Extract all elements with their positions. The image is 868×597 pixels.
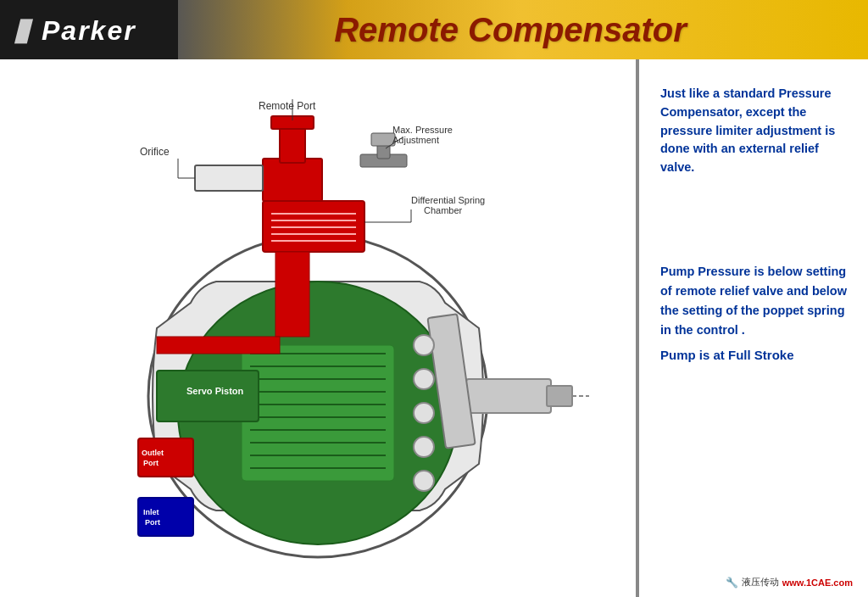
footer-right-text: www.1CAE.com bbox=[782, 577, 853, 588]
description-text: Just like a standard Pressure Compensato… bbox=[660, 85, 851, 177]
svg-point-39 bbox=[414, 403, 434, 423]
svg-point-38 bbox=[414, 369, 434, 389]
page-title: Remote Compensator bbox=[334, 11, 687, 49]
inlet-label-line1: Inlet bbox=[143, 508, 159, 516]
svg-point-41 bbox=[414, 471, 434, 491]
svg-rect-13 bbox=[157, 371, 259, 421]
svg-rect-15 bbox=[138, 498, 193, 536]
svg-rect-17 bbox=[280, 125, 305, 163]
outlet-label-line2: Port bbox=[143, 459, 159, 467]
header: ▮ Parker Remote Compensator bbox=[0, 0, 868, 59]
main-content: 1CAE.COM Servo Piston bbox=[0, 59, 868, 597]
diagram-area: 1CAE.COM Servo Piston bbox=[0, 59, 636, 597]
text-panel: Just like a standard Pressure Compensato… bbox=[639, 59, 868, 597]
parker-logo: ▮ Parker bbox=[13, 12, 136, 47]
chamber-label: Chamber bbox=[424, 205, 463, 215]
footer-left-text: 液压传动 bbox=[742, 576, 779, 589]
servo-piston-label: Servo Piston bbox=[186, 386, 244, 396]
diff-spring-label: Differential Spring bbox=[411, 195, 485, 205]
svg-rect-16 bbox=[263, 159, 322, 201]
max-pressure-label: Max. Pressure bbox=[392, 125, 453, 135]
svg-rect-22 bbox=[195, 165, 263, 191]
svg-point-40 bbox=[414, 437, 434, 457]
footer-icon: 🔧 bbox=[726, 577, 738, 589]
orifice-label: Orifice bbox=[140, 146, 170, 158]
svg-rect-14 bbox=[138, 438, 193, 477]
svg-rect-21 bbox=[371, 133, 395, 146]
title-area: Remote Compensator bbox=[178, 11, 868, 49]
logo-area: ▮ Parker bbox=[0, 0, 178, 59]
footer: 🔧 液压传动 www.1CAE.com bbox=[721, 574, 858, 590]
svg-rect-30 bbox=[275, 252, 309, 337]
pump-diagram: 1CAE.COM Servo Piston bbox=[47, 91, 589, 566]
svg-rect-34 bbox=[547, 386, 572, 406]
outlet-label-line1: Outlet bbox=[142, 449, 164, 457]
full-stroke-text: Pump is at Full Stroke bbox=[660, 348, 851, 362]
adjustment-label: Adjustment bbox=[392, 135, 439, 145]
remote-port-label: Remote Port bbox=[259, 100, 316, 112]
svg-rect-33 bbox=[466, 379, 551, 413]
svg-point-37 bbox=[414, 335, 434, 355]
pump-status-text: Pump Pressure is below setting of remote… bbox=[660, 262, 851, 341]
inlet-label-line2: Port bbox=[145, 518, 160, 527]
